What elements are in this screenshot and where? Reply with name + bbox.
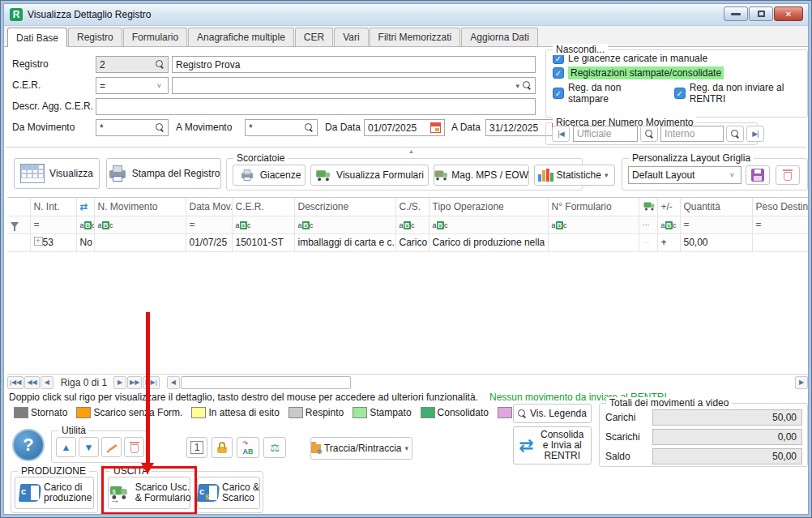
filter-descrizione[interactable]: aBc	[294, 216, 395, 233]
hscroll-left-button[interactable]: ◀	[167, 376, 180, 389]
checkbox-reg-non-stampare[interactable]: ✓	[553, 88, 564, 99]
row-descrizione-cell[interactable]: imballaggi di carta e c...	[294, 233, 395, 251]
layout-select[interactable]: Default Layout˅	[628, 166, 741, 184]
giacenze-button[interactable]: Giacenze	[233, 165, 306, 186]
cer-combo-input[interactable]: ▾	[172, 77, 536, 94]
grid-header-tipo-operazione[interactable]: Tipo Operazione	[429, 198, 548, 216]
carico-scarico-button[interactable]: cs Carico &Scarico	[197, 477, 260, 509]
row-peso-destino-cell[interactable]	[752, 233, 809, 251]
scarico-uscita-formulario-button[interactable]: S → Scarico Usc.& Formulario	[108, 477, 190, 509]
row-sync-cell[interactable]: No	[76, 233, 94, 251]
visualizza-formulari-button[interactable]: Visualizza Formulari	[310, 165, 429, 186]
grid-header-truck[interactable]	[639, 198, 657, 216]
delete-button[interactable]	[124, 437, 144, 457]
row-n-formulario-cell[interactable]	[548, 233, 639, 251]
filter-sync[interactable]: aBc	[76, 216, 94, 233]
row-truck-cell[interactable]: ···	[639, 233, 657, 251]
search-ufficiale-button[interactable]	[640, 126, 658, 142]
filter-n-movimento[interactable]: aBc	[94, 216, 186, 233]
cer-operator-select[interactable]: =˅	[96, 77, 169, 94]
tab-aggiorna-dati[interactable]: Aggiorna Dati	[461, 28, 538, 46]
search-interno-button[interactable]	[726, 126, 744, 142]
row-pm-cell[interactable]: +	[657, 233, 680, 251]
nav-prev-button[interactable]: ◀	[41, 376, 53, 389]
lock-button[interactable]	[212, 437, 233, 458]
grid-header-cer[interactable]: C.E.R.	[232, 198, 294, 216]
single-day-button[interactable]: 1	[186, 437, 207, 458]
grid-header-cs[interactable]: C./S.	[395, 198, 429, 216]
consolida-invia-rentri-button[interactable]: ⇄Consolida e Invia al RENTRI	[513, 426, 592, 464]
grid-header-n-int[interactable]: N. Int.	[30, 198, 76, 216]
chevron-down-icon[interactable]: ▾	[515, 82, 519, 90]
expand-plus-icon[interactable]: +	[34, 237, 43, 246]
stampa-registro-button[interactable]: Stampa del Registro	[106, 158, 221, 189]
hscroll-thumb[interactable]	[181, 376, 351, 389]
search-icon[interactable]	[156, 123, 165, 132]
grid-header-n-movimento[interactable]: N. Movimento	[94, 198, 186, 216]
grid-header-sync[interactable]: ⇄	[76, 198, 94, 216]
nav-prev-page-button[interactable]: ◀◀	[24, 376, 39, 389]
mag-mps-eow-button[interactable]: Mag. MPS / EOW	[434, 165, 529, 186]
registro-descrizione-input[interactable]: Registro Prova	[172, 56, 536, 73]
splitter-handle[interactable]: ▲	[6, 147, 806, 148]
carico-produzione-button[interactable]: c Carico di produzione	[15, 477, 94, 509]
checkbox-registrazioni-stampate[interactable]: ✓	[553, 67, 564, 79]
filter-cer[interactable]: aBc	[232, 216, 294, 233]
checkbox-reg-non-inviare-rentri[interactable]: ✓	[674, 88, 686, 99]
filter-peso-destino[interactable]: =	[752, 216, 809, 233]
move-down-button[interactable]: ▼	[79, 437, 99, 457]
grid-header-n-formulario[interactable]: N° Formulario	[548, 198, 639, 216]
filter-pm[interactable]: aBc	[657, 216, 680, 233]
da-data-input[interactable]: 01/07/2025	[364, 119, 445, 136]
rename-ab-button[interactable]: ↷AB	[237, 437, 259, 458]
hscroll-right-button[interactable]: ▶	[795, 376, 808, 389]
grid-header-descrizione[interactable]: Descrizione	[294, 198, 395, 216]
filter-truck[interactable]: ···	[639, 216, 657, 233]
descr-agg-cer-input[interactable]	[96, 98, 536, 115]
filter-n-int[interactable]: =	[30, 216, 76, 233]
statistiche-button[interactable]: Statistiche ▾	[534, 165, 615, 186]
filter-data-mov[interactable]: =	[186, 216, 232, 233]
table-row[interactable]: +53 No 01/07/25 150101-ST imballaggi di …	[7, 233, 809, 251]
da-movimento-input[interactable]: *	[96, 119, 169, 136]
interno-input[interactable]: Interno	[660, 126, 724, 142]
ufficiale-input[interactable]: Ufficiale	[573, 126, 638, 142]
filter-quantita[interactable]: =	[680, 216, 752, 233]
row-data-mov-cell[interactable]: 01/07/25	[186, 233, 232, 251]
tab-filtri-memorizzati[interactable]: Filtri Memorizzati	[370, 28, 461, 46]
grid-header-indicator[interactable]	[7, 198, 30, 216]
delete-layout-button[interactable]	[776, 165, 800, 185]
filter-n-formulario[interactable]: aBc	[548, 216, 639, 233]
traccia-rintraccia-button[interactable]: Traccia/Rintraccia ▾	[310, 437, 412, 460]
tab-anagrafiche-multiple[interactable]: Anagrafiche multiple	[188, 28, 294, 46]
tab-formulario[interactable]: Formulario	[123, 28, 187, 46]
tab-cer[interactable]: CER	[295, 28, 333, 46]
close-button[interactable]: ✕	[774, 6, 803, 21]
edit-button[interactable]	[101, 437, 122, 457]
visualizza-button[interactable]: Visualizza	[14, 158, 100, 189]
search-icon[interactable]	[523, 81, 532, 90]
row-cs-cell[interactable]: Carico	[395, 233, 429, 251]
movements-grid[interactable]: N. Int. ⇄ N. Movimento Data Mov. C.E.R. …	[7, 197, 809, 374]
tab-dati-base[interactable]: Dati Base	[7, 28, 67, 47]
tab-registro[interactable]: Registro	[68, 28, 122, 46]
search-icon[interactable]	[156, 60, 165, 69]
move-up-button[interactable]: ▲	[56, 437, 76, 457]
search-icon[interactable]	[305, 123, 314, 132]
calendar-icon[interactable]	[430, 122, 441, 133]
grid-header-quantita[interactable]: Quantità	[680, 198, 752, 216]
first-record-button[interactable]: |◀	[552, 126, 570, 142]
minimize-button[interactable]	[724, 6, 748, 21]
weigh-button[interactable]: ⚖	[263, 437, 286, 458]
vis-legenda-button[interactable]: Vis. Legenda	[513, 404, 592, 423]
save-layout-button[interactable]	[746, 165, 770, 185]
row-tipo-operazione-cell[interactable]: Carico di produzione nella mi...	[429, 233, 548, 251]
nav-next-button[interactable]: ▶	[113, 376, 126, 389]
filter-tipo-operazione[interactable]: aBc	[429, 216, 548, 233]
row-quantita-cell[interactable]: 50,00	[680, 233, 752, 251]
grid-header-data-mov[interactable]: Data Mov.	[186, 198, 232, 216]
nav-first-button[interactable]: |◀◀	[7, 376, 24, 389]
maximize-button[interactable]	[749, 6, 773, 21]
filter-cs[interactable]: aBc	[395, 216, 429, 233]
title-bar[interactable]: R Visualizza Dettaglio Registro ✕	[4, 4, 808, 26]
